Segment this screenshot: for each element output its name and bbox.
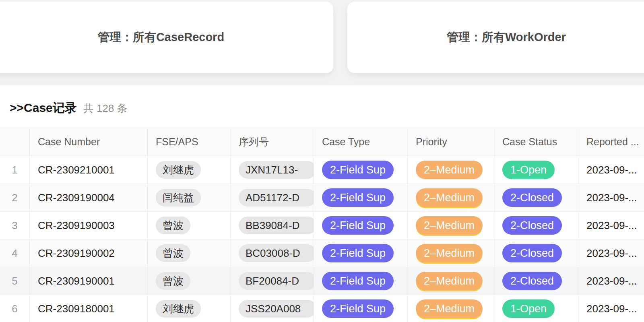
col-header-case-type: Case Type bbox=[314, 128, 408, 156]
col-header-reported: Reported ... bbox=[578, 128, 644, 156]
case-status-badge: 1-Open bbox=[502, 161, 555, 179]
case-type-badge: 2-Field Sup bbox=[322, 272, 394, 290]
priority-badge: 2–Medium bbox=[416, 299, 483, 318]
reported-cell: 2023-09-... bbox=[578, 295, 644, 322]
serial-tag: BC03008-D bbox=[239, 244, 314, 262]
fse-aps-tag: 闫纯益 bbox=[156, 189, 201, 206]
fse-aps-cell: 曾波 bbox=[148, 239, 231, 267]
case-type-cell: 2-Field Sup bbox=[314, 295, 408, 322]
table-row[interactable]: 6 CR-2309180001 刘继虎 JSS20A008 2-Field Su… bbox=[0, 295, 644, 322]
reported-cell: 2023-09-... bbox=[578, 267, 644, 295]
case-type-badge: 2-Field Sup bbox=[322, 216, 394, 235]
serial-tag: JXN17L13- bbox=[239, 161, 314, 179]
case-type-cell: 2-Field Sup bbox=[314, 212, 408, 239]
case-type-badge: 2-Field Sup bbox=[322, 161, 394, 179]
case-status-badge: 1-Open bbox=[502, 299, 555, 318]
caserecord-admin-card[interactable]: 管理：所有CaseRecord bbox=[0, 2, 333, 73]
row-number-cell: 1 bbox=[0, 156, 30, 184]
table-row[interactable]: 4 CR-2309190002 曾波 BC03008-D 2-Field Sup… bbox=[0, 239, 644, 267]
fse-aps-cell: 曾波 bbox=[148, 267, 231, 295]
case-type-cell: 2-Field Sup bbox=[314, 184, 408, 211]
serial-cell: JXN17L13- bbox=[231, 156, 314, 184]
serial-cell: JSS20A008 bbox=[231, 295, 314, 322]
reported-cell: 2023-09-... bbox=[578, 156, 644, 184]
case-status-cell: 1-Open bbox=[494, 295, 578, 322]
case-type-badge: 2-Field Sup bbox=[322, 244, 394, 262]
case-status-cell: 2-Closed bbox=[494, 212, 578, 239]
priority-badge: 2–Medium bbox=[416, 161, 483, 179]
case-status-cell: 2-Closed bbox=[494, 184, 578, 211]
row-number-cell: 6 bbox=[0, 295, 30, 322]
serial-cell: BC03008-D bbox=[231, 239, 314, 267]
serial-cell: BB39084-D bbox=[231, 212, 314, 239]
serial-cell: BF20084-D bbox=[231, 267, 314, 295]
row-number-cell: 4 bbox=[0, 239, 30, 267]
col-header-priority: Priority bbox=[408, 128, 494, 156]
priority-cell: 2–Medium bbox=[408, 156, 494, 184]
row-number-cell: 2 bbox=[0, 184, 30, 211]
caserecord-admin-card-title: 管理：所有CaseRecord bbox=[98, 29, 224, 45]
col-header-fse-aps: FSE/APS bbox=[148, 128, 231, 156]
case-status-badge: 2-Closed bbox=[502, 272, 562, 290]
case-table-header: Case Number FSE/APS 序列号 Case Type Priori… bbox=[0, 128, 644, 156]
serial-tag: AD51172-D bbox=[239, 189, 314, 206]
top-cards-row: 管理：所有CaseRecord 管理：所有WorkOrder bbox=[0, 2, 644, 73]
priority-cell: 2–Medium bbox=[408, 295, 494, 322]
priority-cell: 2–Medium bbox=[408, 239, 494, 267]
fse-aps-tag: 刘继虎 bbox=[156, 300, 201, 318]
case-type-badge: 2-Field Sup bbox=[322, 299, 394, 318]
table-row[interactable]: 5 CR-2309190001 曾波 BF20084-D 2-Field Sup… bbox=[0, 267, 644, 295]
reported-cell: 2023-09-... bbox=[578, 239, 644, 267]
case-type-cell: 2-Field Sup bbox=[314, 239, 408, 267]
row-number-cell: 5 bbox=[0, 267, 30, 295]
case-status-badge: 2-Closed bbox=[502, 216, 562, 235]
serial-cell: AD51172-D bbox=[231, 184, 314, 211]
case-status-cell: 1-Open bbox=[494, 156, 578, 184]
case-number-cell: CR-2309190001 bbox=[30, 267, 148, 295]
case-status-badge: 2-Closed bbox=[502, 244, 562, 262]
priority-badge: 2–Medium bbox=[416, 272, 483, 290]
serial-tag: BB39084-D bbox=[239, 217, 314, 234]
case-status-badge: 2-Closed bbox=[502, 188, 562, 207]
reported-cell: 2023-09-... bbox=[578, 184, 644, 211]
fse-aps-tag: 曾波 bbox=[156, 217, 190, 234]
case-number-cell: CR-2309190004 bbox=[30, 184, 148, 211]
fse-aps-cell: 闫纯益 bbox=[148, 184, 231, 211]
table-row[interactable]: 1 CR-2309210001 刘继虎 JXN17L13- 2-Field Su… bbox=[0, 156, 644, 184]
col-header-rownum bbox=[0, 128, 30, 156]
fse-aps-tag: 曾波 bbox=[156, 272, 190, 290]
serial-tag: BF20084-D bbox=[239, 272, 314, 290]
table-row[interactable]: 3 CR-2309190003 曾波 BB39084-D 2-Field Sup… bbox=[0, 212, 644, 239]
case-records-section: >>Case记录 共 128 条 Case Number FSE/APS 序列号… bbox=[0, 85, 644, 322]
section-header: >>Case记录 共 128 条 bbox=[0, 85, 644, 128]
case-table-body: 1 CR-2309210001 刘继虎 JXN17L13- 2-Field Su… bbox=[0, 156, 644, 322]
case-number-cell: CR-2309190003 bbox=[30, 212, 148, 239]
case-status-cell: 2-Closed bbox=[494, 267, 578, 295]
priority-cell: 2–Medium bbox=[408, 212, 494, 239]
priority-badge: 2–Medium bbox=[416, 216, 483, 235]
fse-aps-tag: 曾波 bbox=[156, 244, 190, 262]
workorder-admin-card[interactable]: 管理：所有WorkOrder bbox=[347, 2, 644, 73]
case-type-cell: 2-Field Sup bbox=[314, 156, 408, 184]
row-number-cell: 3 bbox=[0, 212, 30, 239]
fse-aps-cell: 刘继虎 bbox=[148, 156, 231, 184]
reported-cell: 2023-09-... bbox=[578, 212, 644, 239]
case-status-cell: 2-Closed bbox=[494, 239, 578, 267]
case-number-cell: CR-2309210001 bbox=[30, 156, 148, 184]
priority-cell: 2–Medium bbox=[408, 184, 494, 211]
case-number-cell: CR-2309190002 bbox=[30, 239, 148, 267]
workorder-admin-card-title: 管理：所有WorkOrder bbox=[447, 29, 566, 45]
case-type-cell: 2-Field Sup bbox=[314, 267, 408, 295]
priority-badge: 2–Medium bbox=[416, 188, 483, 207]
col-header-case-status: Case Status bbox=[494, 128, 578, 156]
priority-badge: 2–Medium bbox=[416, 244, 483, 262]
table-row[interactable]: 2 CR-2309190004 闫纯益 AD51172-D 2-Field Su… bbox=[0, 184, 644, 212]
case-table: Case Number FSE/APS 序列号 Case Type Priori… bbox=[0, 128, 644, 322]
case-number-cell: CR-2309180001 bbox=[30, 295, 148, 322]
section-title: >>Case记录 bbox=[10, 100, 77, 116]
col-header-case-number: Case Number bbox=[30, 128, 148, 156]
fse-aps-tag: 刘继虎 bbox=[156, 161, 201, 179]
fse-aps-cell: 曾波 bbox=[148, 212, 231, 239]
record-count: 共 128 条 bbox=[83, 101, 128, 116]
fse-aps-cell: 刘继虎 bbox=[148, 295, 231, 322]
